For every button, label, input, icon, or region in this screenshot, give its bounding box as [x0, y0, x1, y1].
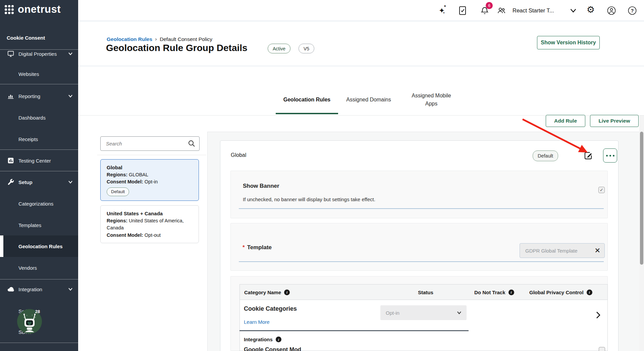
sidebar-item-websites[interactable]: Websites: [0, 63, 78, 85]
chevron-down-icon: [67, 286, 73, 292]
info-icon[interactable]: i: [587, 290, 592, 295]
field-underline: [239, 208, 604, 209]
row-integrations: Integrationsi: [244, 337, 281, 342]
column-category-name: Category Namei: [244, 284, 290, 300]
scrollbar-thumb[interactable]: [640, 132, 643, 265]
breadcrumb-link-geolocation-rules[interactable]: Geolocation Rules: [107, 36, 152, 42]
list-divider: [97, 155, 206, 155]
active-item-indicator: [0, 235, 3, 257]
status-dropdown[interactable]: Opt-in: [380, 305, 467, 320]
show-banner-checkbox[interactable]: ✓: [598, 187, 605, 193]
sidebar-item-vendors[interactable]: Vendors: [0, 257, 78, 278]
workspace-selector[interactable]: React Starter T...: [513, 0, 554, 21]
search-input[interactable]: [101, 137, 199, 150]
add-rule-button[interactable]: Add Rule: [546, 115, 585, 127]
template-label: *Template: [243, 244, 272, 251]
product-name: Cookie Consent: [7, 35, 45, 41]
live-preview-button[interactable]: Live Preview: [590, 115, 639, 127]
sidebar: onetrust Cookie Consent Digital Properti…: [0, 0, 78, 351]
row-cookie-categories: Cookie Categories: [244, 305, 297, 312]
cloud-icon: [7, 285, 15, 293]
users-icon[interactable]: [497, 6, 506, 15]
template-value: GDPR Global Template: [525, 248, 594, 254]
sparkles-icon[interactable]: ✦ ✦ ✦: [437, 6, 446, 15]
rule-list-item-us-canada[interactable]: United States + Canada Regions: United S…: [100, 205, 199, 243]
show-banner-description: If unchecked, no banner will display but…: [243, 196, 375, 202]
sidebar-item-templates[interactable]: Templates: [0, 214, 78, 236]
version-badge: V5: [299, 44, 314, 53]
info-icon[interactable]: i: [284, 290, 290, 295]
sidebar-item-receipts[interactable]: Receipts: [0, 128, 78, 150]
more-actions-button[interactable]: [603, 148, 617, 163]
row-google-consent-mode: Google Consent Mod: [244, 346, 301, 351]
onetrust-logo[interactable]: onetrust: [5, 3, 61, 15]
info-icon[interactable]: i: [508, 290, 514, 295]
app-root: onetrust Cookie Consent Digital Properti…: [0, 0, 644, 351]
tab-assigned-mobile-apps[interactable]: Assigned Mobile Apps: [408, 89, 455, 110]
search-box: [100, 136, 200, 151]
column-do-not-track: Do Not Tracki: [474, 284, 514, 300]
sidebar-item-reporting[interactable]: Reporting: [0, 85, 78, 107]
tab-assigned-domains[interactable]: Assigned Domains: [345, 89, 392, 110]
template-value-chip[interactable]: GDPR Global Template ✕: [520, 243, 605, 258]
wrench-icon: [7, 178, 15, 186]
sidebar-item-digital-properties[interactable]: Digital Properties: [0, 43, 78, 64]
sidebar-item-integration[interactable]: Integration: [0, 278, 78, 300]
status-badge: Active: [268, 44, 290, 53]
show-banner-section: [230, 171, 608, 218]
sidebar-item-geolocation-rules[interactable]: Geolocation Rules: [0, 235, 78, 257]
info-icon[interactable]: i: [276, 337, 281, 342]
chat-notification-badge: 28: [33, 308, 42, 315]
header-divider: [78, 66, 644, 66]
chevron-down-icon: [457, 310, 462, 315]
expand-row-icon[interactable]: [595, 311, 601, 319]
rule-list-item-global[interactable]: Global Regions: GLOBAL Consent Model: Op…: [100, 159, 199, 201]
active-tab-underline: [276, 113, 338, 114]
column-status: Status: [418, 284, 433, 300]
default-badge: Default: [107, 187, 129, 196]
notification-count-badge: 6: [486, 2, 493, 9]
chevron-down-icon: [67, 51, 73, 57]
monitor-icon: [7, 50, 15, 58]
page-title: Geolocation Rule Group Details: [106, 43, 248, 53]
document-check-icon[interactable]: [458, 6, 467, 15]
top-header-bar: [78, 0, 644, 21]
required-marker: *: [243, 244, 245, 251]
rules-list-panel: Global Regions: GLOBAL Consent Model: Op…: [78, 116, 207, 351]
sidebar-item-setup[interactable]: Setup: [0, 171, 78, 193]
search-icon[interactable]: [188, 140, 195, 147]
svg-text:?: ?: [631, 8, 634, 13]
chart-box-icon: [7, 157, 15, 165]
sidebar-item-dashboards[interactable]: Dashboards: [0, 107, 78, 128]
row-focus-underline: [239, 330, 469, 331]
chevron-down-icon: [67, 179, 73, 185]
chevron-down-icon: [67, 93, 73, 99]
sidebar-item-testing-center[interactable]: Testing Center: [0, 150, 78, 171]
tab-geolocation-rules[interactable]: Geolocation Rules: [276, 89, 338, 110]
sidebar-item-categorizations[interactable]: Categorizations: [0, 193, 78, 214]
breadcrumb-separator: ›: [155, 36, 157, 42]
show-version-history-button[interactable]: Show Version History: [537, 36, 600, 49]
status-dropdown-value: Opt-in: [386, 310, 457, 316]
help-icon[interactable]: ?: [628, 6, 637, 15]
chevron-down-icon[interactable]: [569, 6, 578, 15]
rule-name: Global: [231, 152, 246, 158]
gear-icon[interactable]: ⚙: [586, 5, 595, 14]
column-global-privacy-control: Global Privacy Controli: [529, 284, 592, 300]
sidebar-divider: [0, 343, 78, 343]
waffle-grid-icon: [5, 5, 14, 14]
clear-icon[interactable]: ✕: [594, 247, 600, 254]
show-banner-title: Show Banner: [243, 183, 279, 189]
account-icon[interactable]: [607, 6, 616, 15]
categories-table: Category Namei Status Do Not Tracki Glob…: [239, 284, 608, 351]
table-header-row: Category Namei Status Do Not Tracki Glob…: [240, 284, 607, 300]
breadcrumb-current: Default Consent Policy: [160, 36, 212, 42]
field-underline: [239, 261, 604, 262]
logo-wordmark: onetrust: [18, 3, 61, 15]
edit-icon[interactable]: [584, 151, 593, 160]
default-badge: Default: [533, 150, 558, 161]
partial-checkbox[interactable]: [599, 347, 605, 351]
learn-more-link[interactable]: Learn More: [244, 319, 270, 325]
breadcrumb: Geolocation Rules›Default Consent Policy: [107, 36, 212, 42]
bar-chart-icon: [7, 92, 15, 100]
